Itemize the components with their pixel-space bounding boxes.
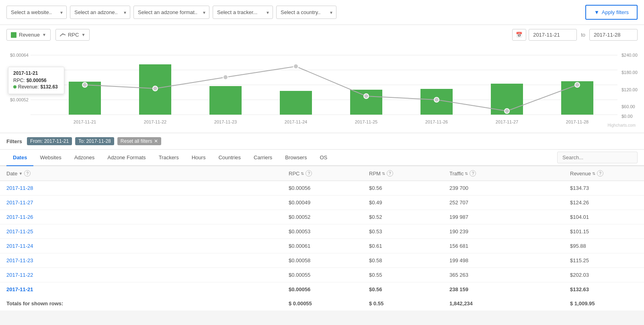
apply-filters-button[interactable]: ▼ Apply filters [585, 5, 638, 20]
apply-filters-label: Apply filters [602, 9, 629, 15]
dot-2017-11-26 [434, 97, 439, 102]
cell-date[interactable]: 2017-11-28 [0, 181, 282, 195]
cell-rpm: $0.49 [363, 195, 443, 210]
totals-revenue: $ 1,009.95 [564, 296, 644, 311]
cell-date[interactable]: 2017-11-25 [0, 224, 282, 239]
website-select-wrapper: Select a website.. [6, 6, 67, 19]
table-row: 2017-11-27 $0.00049 $0.49 252 707 $124.2… [0, 195, 644, 210]
country-select[interactable]: Select a country.. [276, 6, 336, 19]
tab-carriers[interactable]: Carriers [247, 150, 279, 166]
cell-revenue: $124.26 [564, 195, 644, 210]
totals-label: Totals for shown rows: [0, 296, 282, 311]
tab-adzones[interactable]: Adzones [68, 150, 101, 166]
tab-hours[interactable]: Hours [185, 150, 212, 166]
website-select[interactable]: Select a website.. [6, 6, 67, 19]
svg-text:2017-11-25: 2017-11-25 [355, 119, 377, 124]
table-foot: Totals for shown rows: $ 0.00055 $ 0.55 … [0, 296, 644, 311]
table-row: 2017-11-24 $0.00061 $0.61 156 681 $95.88 [0, 239, 644, 253]
dot-2017-11-21 [82, 82, 87, 87]
country-select-wrapper: Select a country.. [276, 6, 336, 19]
tab-dates[interactable]: Dates [6, 150, 33, 166]
tab-websites[interactable]: Websites [33, 150, 68, 166]
adzone-select[interactable]: Select an adzone.. [70, 6, 130, 19]
revenue-header-label: Revenue [570, 171, 591, 177]
chart-area: 2017-11-21 RPC: $0.00056 Revenue: $132.6… [0, 45, 644, 133]
cell-revenue: $95.88 [564, 239, 644, 253]
cell-rpm: $0.53 [363, 224, 443, 239]
cell-date[interactable]: 2017-11-21 [0, 282, 282, 297]
cell-traffic: 190 239 [443, 224, 564, 239]
cell-revenue: $134.73 [564, 181, 644, 195]
rpc-metric-button[interactable]: RPC ▼ [55, 29, 90, 41]
bar-chart-icon [11, 32, 16, 38]
date-help-icon[interactable]: ? [24, 170, 31, 177]
tooltip-rpc-value: $0.00056 [27, 78, 47, 83]
dot-2017-11-27 [505, 109, 509, 113]
svg-text:$0.00052: $0.00052 [10, 97, 29, 102]
svg-text:2017-11-24: 2017-11-24 [285, 119, 307, 124]
data-table: Date ▼ ? RPC ⇅ ? RPM ⇅ ? [0, 166, 644, 311]
traffic-help-icon[interactable]: ? [470, 170, 476, 177]
date-from-input[interactable] [529, 29, 577, 41]
totals-rpm: $ 0.55 [363, 296, 443, 311]
rpc-sort-icon: ⇅ [301, 171, 304, 176]
from-filter-tag: From: 2017-11-21 [27, 137, 72, 145]
revenue-help-icon[interactable]: ? [597, 170, 603, 177]
th-revenue: Revenue ⇅ ? [564, 166, 644, 181]
svg-text:$240.00: $240.00 [621, 53, 638, 58]
cell-revenue: $101.15 [564, 224, 644, 239]
cell-date[interactable]: 2017-11-26 [0, 210, 282, 224]
rpc-help-icon[interactable]: ? [306, 170, 312, 177]
date-to-input[interactable] [589, 29, 638, 41]
format-select[interactable]: Select an adzone format.. [133, 6, 209, 19]
dot-2017-11-24 [293, 64, 298, 69]
table-row: 2017-11-25 $0.00053 $0.53 190 239 $101.1… [0, 224, 644, 239]
cell-date[interactable]: 2017-11-24 [0, 239, 282, 253]
svg-text:$0.00: $0.00 [621, 114, 633, 119]
tooltip-date: 2017-11-21 [13, 70, 59, 76]
cell-rpm: $0.61 [363, 239, 443, 253]
cell-traffic: 252 707 [443, 195, 564, 210]
to-filter-tag: To: 2017-11-28 [75, 137, 114, 145]
th-date: Date ▼ ? [0, 166, 282, 181]
table-search-input[interactable] [557, 152, 638, 163]
cell-date[interactable]: 2017-11-23 [0, 253, 282, 268]
reset-filters-button[interactable]: Reset all filters ✕ [117, 137, 161, 145]
tab-browsers[interactable]: Browsers [279, 150, 313, 166]
cell-date[interactable]: 2017-11-27 [0, 195, 282, 210]
sort-icon: ▼ [18, 171, 23, 176]
tab-os[interactable]: OS [313, 150, 334, 166]
cell-traffic: 156 681 [443, 239, 564, 253]
bar-2017-11-24 [280, 91, 312, 115]
tabs-bar: Dates Websites Adzones Adzone Formats Tr… [0, 150, 644, 166]
bar-2017-11-23 [209, 86, 242, 115]
tracker-select-wrapper: Select a tracker... [213, 6, 273, 19]
tab-trackers[interactable]: Trackers [152, 150, 185, 166]
close-icon: ✕ [154, 138, 158, 144]
cell-traffic: 238 159 [443, 282, 564, 297]
svg-text:2017-11-27: 2017-11-27 [496, 119, 518, 124]
tab-adzone-formats[interactable]: Adzone Formats [101, 150, 152, 166]
revenue-label: Revenue [19, 32, 40, 38]
cell-date[interactable]: 2017-11-22 [0, 268, 282, 282]
rpm-sort-icon: ⇅ [382, 171, 385, 176]
revenue-metric-button[interactable]: Revenue ▼ [6, 29, 51, 41]
th-rpm: RPM ⇅ ? [363, 166, 443, 181]
table-row: 2017-11-28 $0.00056 $0.56 239 700 $134.7… [0, 181, 644, 195]
cell-traffic: 365 263 [443, 268, 564, 282]
table-header-row: Date ▼ ? RPC ⇅ ? RPM ⇅ ? [0, 166, 644, 181]
tab-countries[interactable]: Countries [212, 150, 247, 166]
calendar-button[interactable]: 📅 [512, 29, 526, 41]
cell-rpc: $0.00055 [282, 268, 363, 282]
tracker-select[interactable]: Select a tracker... [213, 6, 273, 19]
table-row: 2017-11-23 $0.00058 $0.58 199 498 $115.2… [0, 253, 644, 268]
dot-2017-11-23 [223, 75, 228, 80]
adzone-select-wrapper: Select an adzone.. [70, 6, 130, 19]
svg-text:2017-11-22: 2017-11-22 [144, 119, 166, 124]
tooltip-rpc-label: RPC: [13, 78, 25, 83]
table-row: 2017-11-21 $0.00056 $0.56 238 159 $132.6… [0, 282, 644, 297]
chevron-down-icon: ▼ [42, 33, 46, 37]
rpm-help-icon[interactable]: ? [387, 170, 393, 177]
svg-text:$0.00064: $0.00064 [10, 53, 29, 58]
date-range: 📅 to [512, 29, 638, 41]
